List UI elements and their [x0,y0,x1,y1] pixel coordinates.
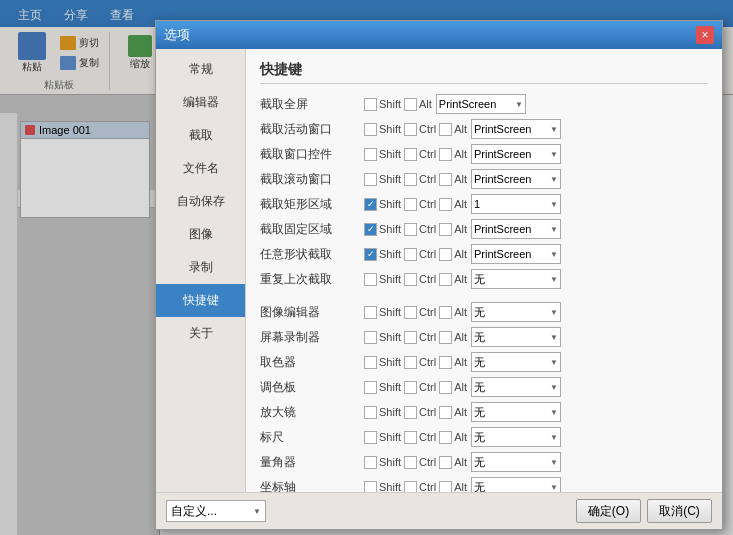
nav-item-hotkeys[interactable]: 快捷键 [156,284,245,317]
shift-group-fullscreen: Shift [364,98,401,111]
shift-checkbox-freeform[interactable]: ✓ [364,248,377,261]
dropdown-arrow-rect: ▼ [550,200,558,209]
dialog-close-button[interactable]: × [696,26,714,44]
shortcut-row-fullscreen: 截取全屏 Shift Alt PrintScreen ▼ [260,94,708,114]
nav-item-image[interactable]: 图像 [156,218,245,251]
dropdown-arrow-protractor: ▼ [550,458,558,467]
alt-checkbox-activewin[interactable] [439,123,452,136]
key-dropdown-colorpicker[interactable]: 无 ▼ [471,352,561,372]
shift-checkbox-magnifier[interactable] [364,406,377,419]
key-dropdown-protractor[interactable]: 无 ▼ [471,452,561,472]
key-dropdown-magnifier[interactable]: 无 ▼ [471,402,561,422]
dropdown-arrow-magnifier: ▼ [550,408,558,417]
key-dropdown-repeat[interactable]: 无 ▼ [471,269,561,289]
key-dropdown-scroll[interactable]: PrintScreen ▼ [471,169,561,189]
shift-checkbox-activewin[interactable] [364,123,377,136]
shift-checkbox-recorder[interactable] [364,331,377,344]
alt-checkbox-axis[interactable] [439,481,452,493]
ctrl-checkbox-freeform[interactable] [404,248,417,261]
shortcut-label-colorpicker: 取色器 [260,354,360,371]
shift-checkbox-protractor[interactable] [364,456,377,469]
ctrl-checkbox-fixed[interactable] [404,223,417,236]
ctrl-checkbox-axis[interactable] [404,481,417,493]
ctrl-checkbox-protractor[interactable] [404,456,417,469]
ok-button[interactable]: 确定(O) [576,499,641,523]
dropdown-arrow-colorpicker: ▼ [550,358,558,367]
key-dropdown-imageeditor[interactable]: 无 ▼ [471,302,561,322]
nav-item-about[interactable]: 关于 [156,317,245,350]
shift-checkbox-imageeditor[interactable] [364,306,377,319]
shortcut-modifiers-colorpicker: Shift Ctrl Alt [364,356,467,369]
cancel-button[interactable]: 取消(C) [647,499,712,523]
key-dropdown-palette[interactable]: 无 ▼ [471,377,561,397]
ctrl-checkbox-recorder[interactable] [404,331,417,344]
key-dropdown-recorder[interactable]: 无 ▼ [471,327,561,347]
nav-item-general[interactable]: 常规 [156,53,245,86]
shortcut-label-ruler: 标尺 [260,429,360,446]
ctrl-checkbox-scroll[interactable] [404,173,417,186]
dialog-titlebar: 选项 × [156,21,722,49]
ctrl-checkbox-repeat[interactable] [404,273,417,286]
alt-checkbox-palette[interactable] [439,381,452,394]
dropdown-arrow-recorder: ▼ [550,333,558,342]
alt-checkbox-winctrl[interactable] [439,148,452,161]
shortcut-label-winctrl: 截取窗口控件 [260,146,360,163]
key-dropdown-activewin[interactable]: PrintScreen ▼ [471,119,561,139]
shift-checkbox-winctrl[interactable] [364,148,377,161]
key-dropdown-fullscreen[interactable]: PrintScreen ▼ [436,94,526,114]
ctrl-checkbox-rect[interactable] [404,198,417,211]
key-dropdown-winctrl[interactable]: PrintScreen ▼ [471,144,561,164]
shortcut-label-scroll: 截取滚动窗口 [260,171,360,188]
alt-checkbox-protractor[interactable] [439,456,452,469]
alt-checkbox-freeform[interactable] [439,248,452,261]
alt-checkbox-fixed[interactable] [439,223,452,236]
dialog-content: 快捷键 截取全屏 Shift Alt [246,49,722,492]
key-dropdown-rect[interactable]: 1 ▼ [471,194,561,214]
key-dropdown-ruler[interactable]: 无 ▼ [471,427,561,447]
shortcut-row-repeat: 重复上次截取 Shift Ctrl Alt [260,269,708,289]
shortcut-modifiers-protractor: Shift Ctrl Alt [364,456,467,469]
shift-checkbox-ruler[interactable] [364,431,377,444]
alt-checkbox-repeat[interactable] [439,273,452,286]
shift-checkbox-colorpicker[interactable] [364,356,377,369]
ctrl-checkbox-magnifier[interactable] [404,406,417,419]
shortcut-row-recorder: 屏幕录制器 Shift Ctrl Alt [260,327,708,347]
alt-checkbox-scroll[interactable] [439,173,452,186]
alt-checkbox-fullscreen[interactable] [404,98,417,111]
ctrl-checkbox-winctrl[interactable] [404,148,417,161]
shortcut-row-ruler: 标尺 Shift Ctrl Alt [260,427,708,447]
shift-checkbox-scroll[interactable] [364,173,377,186]
alt-checkbox-colorpicker[interactable] [439,356,452,369]
shift-checkbox-fullscreen[interactable] [364,98,377,111]
shift-checkbox-fixed[interactable]: ✓ [364,223,377,236]
nav-item-record[interactable]: 录制 [156,251,245,284]
customize-dropdown[interactable]: 自定义... ▼ [166,500,266,522]
ctrl-checkbox-activewin[interactable] [404,123,417,136]
shortcut-label-repeat: 重复上次截取 [260,271,360,288]
alt-checkbox-rect[interactable] [439,198,452,211]
nav-item-autosave[interactable]: 自动保存 [156,185,245,218]
shift-checkbox-rect[interactable]: ✓ [364,198,377,211]
shift-checkbox-axis[interactable] [364,481,377,493]
alt-checkbox-ruler[interactable] [439,431,452,444]
ctrl-checkbox-ruler[interactable] [404,431,417,444]
shift-checkbox-repeat[interactable] [364,273,377,286]
shortcut-label-protractor: 量角器 [260,454,360,471]
shortcut-modifiers-repeat: Shift Ctrl Alt [364,273,467,286]
ctrl-checkbox-imageeditor[interactable] [404,306,417,319]
key-dropdown-freeform[interactable]: PrintScreen ▼ [471,244,561,264]
key-dropdown-fixed[interactable]: PrintScreen ▼ [471,219,561,239]
dropdown-arrow-fullscreen: ▼ [515,100,523,109]
alt-checkbox-recorder[interactable] [439,331,452,344]
shortcuts-section-2: 图像编辑器 Shift Ctrl Alt [260,302,708,492]
shortcut-row-colorpicker: 取色器 Shift Ctrl Alt [260,352,708,372]
nav-item-capture[interactable]: 截取 [156,119,245,152]
ctrl-checkbox-palette[interactable] [404,381,417,394]
alt-checkbox-magnifier[interactable] [439,406,452,419]
nav-item-filename[interactable]: 文件名 [156,152,245,185]
ctrl-checkbox-colorpicker[interactable] [404,356,417,369]
key-dropdown-axis[interactable]: 无 ▼ [471,477,561,492]
nav-item-editor[interactable]: 编辑器 [156,86,245,119]
shift-checkbox-palette[interactable] [364,381,377,394]
alt-checkbox-imageeditor[interactable] [439,306,452,319]
